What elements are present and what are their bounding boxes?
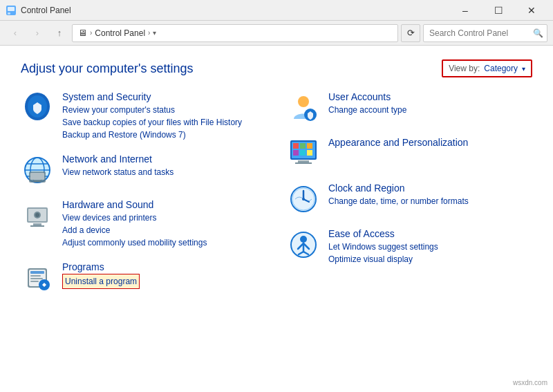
system-link-3[interactable]: Backup and Restore (Windows 7) — [62, 129, 266, 141]
category-hardware: Hardware and Sound View devices and prin… — [21, 199, 266, 249]
hardware-link-2[interactable]: Add a device — [62, 224, 266, 236]
category-clock: Clock and Region Change date, time, or n… — [287, 183, 532, 216]
svg-rect-16 — [33, 223, 41, 225]
programs-icon — [21, 261, 54, 295]
svg-rect-36 — [307, 150, 312, 156]
ease-link-1[interactable]: Let Windows suggest settings — [328, 241, 532, 253]
system-security-text: System and Security Review your computer… — [62, 91, 266, 141]
svg-rect-34 — [293, 150, 299, 156]
view-by-value[interactable]: Category — [484, 64, 518, 73]
programs-title[interactable]: Programs — [62, 261, 266, 272]
svg-point-47 — [300, 236, 307, 243]
hardware-title[interactable]: Hardware and Sound — [62, 199, 266, 210]
address-bar-content: 🖥 › Control Panel › — [78, 28, 150, 38]
hardware-text: Hardware and Sound View devices and prin… — [62, 199, 266, 249]
minimize-button[interactable]: – — [449, 0, 481, 21]
user-accounts-link-1[interactable]: Change account type — [328, 104, 532, 116]
category-network: Network and Internet View network status… — [21, 153, 266, 187]
svg-rect-38 — [295, 162, 312, 164]
address-part1: Control Panel — [95, 28, 145, 38]
user-accounts-title[interactable]: User Accounts — [328, 91, 532, 102]
svg-point-19 — [35, 213, 39, 217]
svg-rect-2 — [8, 12, 10, 15]
category-user-accounts: User Accounts Change account type — [287, 91, 532, 124]
watermark: wsxdn.com — [513, 379, 547, 386]
svg-rect-22 — [30, 271, 44, 274]
svg-rect-13 — [34, 180, 41, 182]
panels: System and Security Review your computer… — [21, 91, 532, 307]
close-button[interactable]: ✕ — [516, 0, 547, 21]
hardware-link-1[interactable]: View devices and printers — [62, 212, 266, 224]
address-icon: 🖥 — [78, 28, 87, 38]
svg-rect-1 — [8, 7, 15, 11]
programs-link-1[interactable]: Uninstall a program — [62, 274, 140, 289]
svg-rect-25 — [30, 281, 39, 282]
address-chevron-2: › — [148, 29, 150, 37]
clock-text: Clock and Region Change date, time, or n… — [328, 183, 532, 207]
network-link-1[interactable]: View network status and tasks — [62, 166, 266, 178]
ease-title[interactable]: Ease of Access — [328, 228, 532, 239]
title-bar-controls: – ☐ ✕ — [449, 0, 547, 21]
category-system-security: System and Security Review your computer… — [21, 91, 266, 141]
address-dropdown[interactable]: ▾ — [153, 29, 156, 37]
view-by-label: View by: — [449, 64, 480, 73]
ease-icon — [287, 228, 320, 261]
nav-bar: ‹ › ↑ 🖥 › Control Panel › ▾ ⟳ 🔍 — [0, 21, 553, 46]
svg-rect-37 — [298, 160, 309, 162]
svg-rect-32 — [300, 143, 306, 149]
page-title: Adjust your computer's settings — [21, 62, 194, 76]
category-ease: Ease of Access Let Windows suggest setti… — [287, 228, 532, 265]
refresh-button[interactable]: ⟳ — [401, 24, 420, 42]
search-bar[interactable]: 🔍 — [423, 24, 547, 42]
title-bar-title: Control Panel — [21, 6, 449, 15]
clock-icon — [287, 183, 320, 216]
clock-link-1[interactable]: Change date, time, or number formats — [328, 195, 532, 207]
panel-right: User Accounts Change account type — [280, 91, 532, 307]
system-link-1[interactable]: Review your computer's status — [62, 104, 266, 116]
svg-rect-33 — [307, 143, 312, 149]
svg-rect-31 — [293, 143, 299, 149]
view-by-control[interactable]: View by: Category ▾ — [442, 59, 532, 77]
header-row: Adjust your computer's settings View by:… — [21, 59, 532, 77]
category-programs: Programs Uninstall a program — [21, 261, 266, 295]
address-chevron-1: › — [90, 29, 92, 37]
svg-rect-12 — [30, 173, 44, 180]
main-content: Adjust your computer's settings View by:… — [0, 46, 553, 321]
user-accounts-text: User Accounts Change account type — [328, 91, 532, 116]
ease-link-2[interactable]: Optimize visual display — [328, 253, 532, 265]
maximize-button[interactable]: ☐ — [482, 0, 514, 21]
appearance-icon — [287, 137, 320, 170]
user-accounts-icon — [287, 91, 320, 124]
clock-title[interactable]: Clock and Region — [328, 183, 532, 194]
svg-point-27 — [298, 96, 309, 107]
system-security-icon — [21, 91, 54, 124]
svg-rect-17 — [30, 225, 44, 227]
programs-text: Programs Uninstall a program — [62, 261, 266, 289]
address-bar[interactable]: 🖥 › Control Panel › ▾ — [72, 24, 398, 42]
category-appearance: Appearance and Personalization — [287, 137, 532, 170]
svg-rect-23 — [30, 275, 41, 277]
hardware-link-3[interactable]: Adjust commonly used mobility settings — [62, 236, 266, 249]
forward-button[interactable]: › — [28, 24, 47, 43]
network-text: Network and Internet View network status… — [62, 153, 266, 178]
appearance-title[interactable]: Appearance and Personalization — [328, 137, 532, 148]
svg-rect-24 — [30, 278, 43, 279]
search-icon: 🔍 — [533, 28, 543, 38]
system-link-2[interactable]: Save backup copies of your files with Fi… — [62, 116, 266, 129]
view-by-arrow[interactable]: ▾ — [522, 65, 525, 73]
title-bar-icon — [6, 5, 17, 16]
svg-rect-35 — [300, 150, 306, 156]
appearance-text: Appearance and Personalization — [328, 137, 532, 149]
hardware-icon — [21, 199, 54, 232]
network-icon — [21, 153, 54, 187]
network-title[interactable]: Network and Internet — [62, 153, 266, 165]
search-input[interactable] — [429, 28, 533, 38]
panel-left: System and Security Review your computer… — [21, 91, 280, 307]
ease-text: Ease of Access Let Windows suggest setti… — [328, 228, 532, 265]
system-security-title[interactable]: System and Security — [62, 91, 266, 102]
up-button[interactable]: ↑ — [50, 24, 69, 43]
title-bar: Control Panel – ☐ ✕ — [0, 0, 553, 21]
back-button[interactable]: ‹ — [6, 24, 25, 43]
